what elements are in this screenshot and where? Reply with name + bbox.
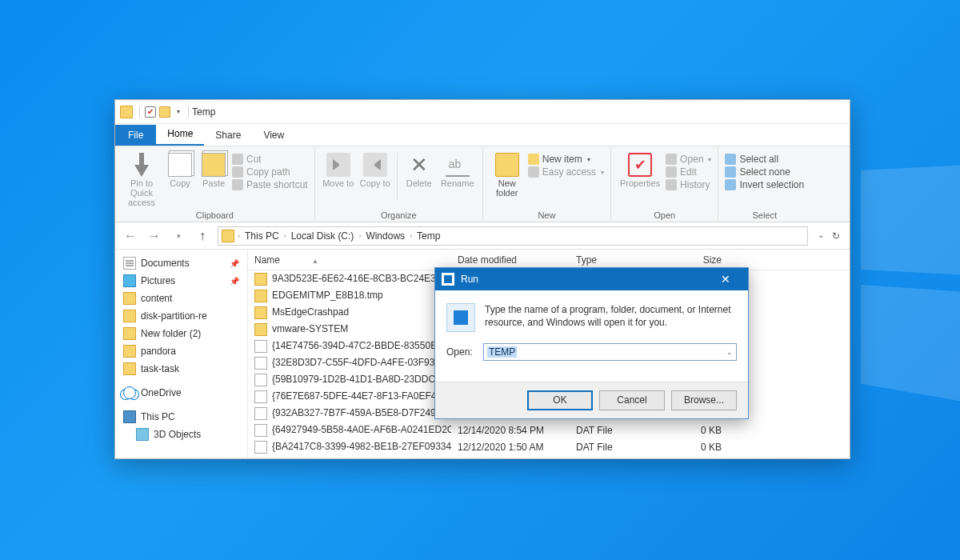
tab-view[interactable]: View <box>252 125 295 146</box>
cut-button[interactable]: Cut <box>232 154 308 165</box>
folder-icon <box>123 362 136 375</box>
tree-content[interactable]: content <box>115 290 247 307</box>
sort-asc-icon: ▲ <box>312 258 318 265</box>
chevron-right-icon[interactable]: › <box>284 232 286 240</box>
run-titlebar[interactable]: Run ✕ <box>435 268 748 290</box>
moveto-icon <box>326 153 350 177</box>
tree-pandora[interactable]: pandora <box>115 342 247 360</box>
3dobjects-icon <box>136 428 149 441</box>
titlebar[interactable]: ▾ Temp <box>115 100 850 124</box>
qat-newfolder-icon[interactable] <box>159 106 170 118</box>
newitem-icon <box>528 154 539 165</box>
group-label: Open <box>618 210 711 220</box>
cut-icon <box>232 154 243 165</box>
copyto-icon <box>363 153 387 177</box>
nav-back-button[interactable]: ← <box>122 227 139 245</box>
crumb-thispc[interactable]: This PC <box>243 230 281 242</box>
pin-button[interactable]: Pin to Quick access <box>122 150 162 207</box>
refresh-button[interactable]: ↻ <box>832 230 840 242</box>
copypath-icon <box>232 166 243 178</box>
tree-3dobjects[interactable]: 3D Objects <box>115 426 247 443</box>
group-label: New <box>490 210 604 220</box>
folder-icon <box>254 306 267 319</box>
file-icon <box>254 407 267 420</box>
copyto-button[interactable]: Copy to <box>358 150 392 188</box>
folder-icon <box>123 292 136 305</box>
paste-shortcut-button[interactable]: Paste shortcut <box>232 179 308 190</box>
open-button[interactable]: Open▾ <box>666 154 711 165</box>
qat-chevron-icon[interactable]: ▾ <box>177 108 180 115</box>
selectnone-icon <box>725 166 736 178</box>
selectnone-button[interactable]: Select none <box>725 166 804 178</box>
qat-properties-icon[interactable] <box>145 106 156 118</box>
invert-button[interactable]: Invert selection <box>725 179 804 190</box>
rename-button[interactable]: Rename <box>439 150 476 188</box>
selectall-button[interactable]: Select all <box>725 154 804 165</box>
crumb-c[interactable]: Local Disk (C:) <box>290 230 356 242</box>
tree-newfolder[interactable]: New folder (2) <box>115 325 247 342</box>
ribbon-group-open: Properties Open▾ Edit History Open <box>611 146 718 222</box>
nav-up-button[interactable]: ↑ <box>194 227 211 245</box>
copy-button[interactable]: Copy <box>165 150 195 188</box>
chevron-right-icon[interactable]: › <box>358 232 361 240</box>
ok-button[interactable]: OK <box>527 390 593 410</box>
edit-button[interactable]: Edit <box>666 166 711 178</box>
window-title: Temp <box>192 106 215 118</box>
group-label: Organize <box>322 210 476 220</box>
selectall-icon <box>725 154 736 165</box>
tab-share[interactable]: Share <box>204 125 252 146</box>
chevron-right-icon[interactable]: › <box>410 232 412 240</box>
document-icon <box>123 257 136 270</box>
folder-icon <box>123 310 136 322</box>
tree-documents[interactable]: Documents📌 <box>115 254 247 272</box>
address-bar: ← → ▾ ↑ › This PC › Local Disk (C:) › Wi… <box>115 222 850 250</box>
folder-icon <box>495 153 519 177</box>
edit-icon <box>666 166 677 178</box>
history-button[interactable]: History <box>666 179 711 190</box>
paste-button[interactable]: Paste <box>198 150 229 188</box>
folder-icon <box>254 323 267 336</box>
delete-button[interactable]: ✕Delete <box>402 150 436 188</box>
tree-disk[interactable]: disk-partition-re <box>115 307 247 325</box>
tree-thispc[interactable]: This PC <box>115 408 247 426</box>
paste-icon <box>202 153 226 177</box>
folder-icon <box>123 345 136 358</box>
run-description: Type the name of a program, folder, docu… <box>485 303 737 332</box>
tree-onedrive[interactable]: OneDrive <box>115 384 247 402</box>
crumb-windows[interactable]: Windows <box>364 230 406 242</box>
chevron-right-icon[interactable]: › <box>238 232 240 240</box>
table-row[interactable]: {64927949-5B58-4A0E-AF6B-A0241ED2C12/14/… <box>248 422 850 438</box>
tree-task[interactable]: task-task <box>115 360 247 378</box>
col-date: Date modified <box>451 254 570 266</box>
easyaccess-button[interactable]: Easy access▾ <box>528 166 604 178</box>
close-button[interactable]: ✕ <box>710 268 742 290</box>
breadcrumb[interactable]: › This PC › Local Disk (C:) › Windows › … <box>218 226 808 246</box>
history-icon <box>666 179 677 190</box>
run-icon <box>442 273 454 286</box>
file-icon <box>254 357 267 370</box>
properties-button[interactable]: Properties <box>618 150 662 188</box>
file-icon <box>254 340 267 353</box>
copypath-button[interactable]: Copy path <box>232 166 308 178</box>
tab-file[interactable]: File <box>115 125 156 146</box>
newitem-button[interactable]: New item▾ <box>528 154 604 165</box>
dropdown-icon[interactable]: ⌄ <box>726 348 733 356</box>
newfolder-button[interactable]: New folder <box>490 150 525 198</box>
cancel-button[interactable]: Cancel <box>599 390 665 410</box>
table-row[interactable]: {BA2417C8-3399-4982-BE1B-27EF09334B12/12… <box>248 438 850 455</box>
group-label: Clipboard <box>122 210 308 220</box>
tab-home[interactable]: Home <box>156 123 204 146</box>
moveto-button[interactable]: Move to <box>322 150 355 188</box>
browse-button[interactable]: Browse... <box>671 390 737 410</box>
ribbon-group-clipboard: Pin to Quick access Copy Paste Cut Copy … <box>115 146 315 222</box>
crumb-temp[interactable]: Temp <box>415 230 442 242</box>
tree-pictures[interactable]: Pictures📌 <box>115 272 247 290</box>
run-dialog: Run ✕ Type the name of a program, folder… <box>434 267 749 419</box>
pin-icon <box>130 153 154 177</box>
thispc-icon <box>123 410 136 423</box>
addr-chevron-icon[interactable]: ⌄ <box>818 230 824 242</box>
col-type: Type <box>570 254 664 266</box>
copy-icon <box>168 153 192 177</box>
nav-recent-button[interactable]: ▾ <box>170 227 187 245</box>
open-input[interactable]: TEMP ⌄ <box>483 343 737 361</box>
